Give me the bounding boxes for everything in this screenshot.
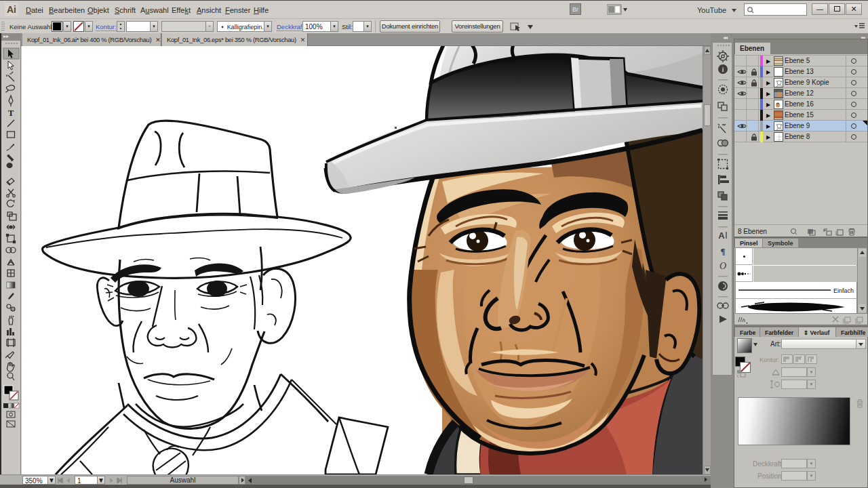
svg-text:i: i: [722, 65, 724, 73]
svg-text:A: A: [718, 230, 725, 241]
svg-text:¶: ¶: [720, 246, 725, 256]
svg-text:Einfach: Einfach: [833, 287, 854, 294]
svg-text:T: T: [8, 108, 14, 118]
svg-text:O: O: [719, 261, 726, 271]
